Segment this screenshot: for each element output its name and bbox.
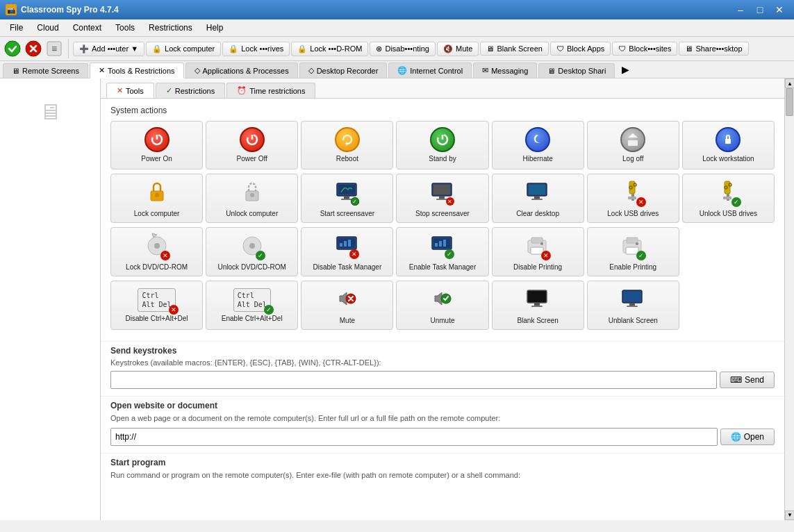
mute-action-button[interactable]: Mute	[301, 281, 393, 330]
lock-drives-button[interactable]: 🔒 Lock •••rives	[222, 42, 290, 56]
svg-rect-46	[340, 243, 342, 247]
open-button[interactable]: 🌐 Open	[720, 429, 775, 445]
action-grid-row1: Power On Power Off	[110, 121, 775, 169]
badge-red-cad: ✕	[169, 305, 179, 315]
power-off-button[interactable]: Power Off	[206, 121, 298, 169]
enable-taskmanager-button[interactable]: ✓ Enable Task Manager	[396, 227, 488, 276]
tab-tools-restrictions[interactable]: ✕ Tools & Restrictions	[90, 63, 184, 78]
send-button[interactable]: ⌨ Send	[720, 372, 775, 388]
add-computer-button[interactable]: ➕ Add •••uter ▼	[73, 42, 144, 56]
website-input[interactable]	[110, 428, 718, 446]
enable-cad-button[interactable]: CtrlAlt Del ✓ Enable Ctrl+Alt+Del	[206, 281, 298, 330]
tab-remote-screens[interactable]: 🖥 Remote Screens	[3, 63, 88, 78]
unmute-label: Unmute	[430, 317, 454, 325]
action-grid-row3: ✕ Lock DVD/CD-ROM ✓ Unlock DVD/CD-ROM	[110, 227, 775, 276]
svg-rect-70	[627, 306, 638, 307]
share-desktop-button[interactable]: 🖥 Share•••sktop	[679, 42, 748, 56]
lock-usb-button[interactable]: ✕ Lock USB drives	[587, 174, 679, 223]
lock-cdrom-button[interactable]: 🔒 Lock •••D-ROM	[291, 42, 368, 56]
clear-desktop-svg	[524, 178, 551, 205]
lock-computer-toolbar-button[interactable]: 🔒 Lock computer	[146, 42, 221, 56]
lock-label: Lock computer	[165, 44, 215, 53]
accept-button[interactable]	[3, 39, 22, 58]
reboot-button[interactable]: Reboot	[301, 121, 393, 169]
unmute-button[interactable]: Unmute	[396, 281, 488, 330]
menu-context[interactable]: Context	[66, 21, 108, 35]
badge-red-print: ✕	[541, 251, 551, 260]
block-sites-icon: 🛡	[618, 44, 626, 53]
inner-tab-tools[interactable]: ✕ Tools	[106, 83, 154, 98]
lock-workstation-button[interactable]: Lock workstation	[682, 121, 775, 169]
unlock-dvd-label: Unlock DVD/CD-ROM	[218, 263, 286, 272]
lock-computer-button[interactable]: Lock computer	[110, 174, 203, 223]
menu-cloud[interactable]: Cloud	[30, 21, 65, 35]
reboot-icon-wrap	[335, 127, 360, 152]
lock-workstation-label: Lock workstation	[702, 155, 754, 163]
inner-tab-time-restrictions[interactable]: ⏰ Time restrictions	[226, 83, 315, 98]
hibernate-button[interactable]: Hibernate	[492, 121, 584, 169]
tab-applications-processes[interactable]: ◇ Applications & Processes	[185, 63, 298, 78]
menu-restrictions[interactable]: Restrictions	[142, 21, 199, 35]
disable-taskmanager-button[interactable]: ✕ Disable Task Manager	[301, 227, 393, 276]
settings-button[interactable]: ≡	[44, 39, 64, 58]
disable-printing-button[interactable]: ⊗ Disab•••nting	[370, 42, 436, 56]
tab-more-button[interactable]: ▶	[616, 61, 635, 78]
scroll-thumb[interactable]	[786, 88, 793, 116]
lock-dvd-button[interactable]: ✕ Lock DVD/CD-ROM	[110, 227, 203, 276]
power-off-label: Power Off	[237, 155, 267, 163]
blank-screen-action-button[interactable]: Blank Screen	[492, 281, 584, 330]
logoff-icon-wrap	[620, 127, 645, 152]
toolbar: ≡ ➕ Add •••uter ▼ 🔒 Lock computer 🔒 Lock…	[0, 37, 794, 61]
disable-print-label: Disable Printing	[513, 263, 562, 272]
svg-rect-69	[629, 303, 635, 306]
menu-tools[interactable]: Tools	[108, 21, 142, 35]
tab-desktop-sharing[interactable]: 🖥 Desktop Shari	[538, 63, 615, 78]
scrollbar[interactable]: ▲ ▼	[784, 78, 794, 520]
lock-cdrom-icon: 🔒	[297, 44, 307, 53]
messaging-icon: ✉	[482, 66, 488, 75]
mute-button[interactable]: 🔇 Mute	[437, 42, 479, 56]
disable-cad-button[interactable]: CtrlAlt Del ✕ Disable Ctrl+Alt+Del	[110, 281, 203, 330]
standby-icon-wrap	[430, 127, 455, 152]
power-on-label: Power On	[141, 155, 172, 163]
tab-messaging[interactable]: ✉ Messaging	[473, 63, 537, 78]
inner-tab-restrictions[interactable]: ✓ Restrictions	[156, 83, 225, 98]
menu-file[interactable]: File	[3, 21, 30, 35]
keystrokes-input[interactable]	[110, 371, 717, 389]
settings-icon: ≡	[46, 40, 63, 57]
minimize-button[interactable]: –	[731, 3, 750, 17]
tab-desktop-recorder[interactable]: ◇ Desktop Recorder	[299, 63, 388, 78]
stop-screensaver-button[interactable]: ✕ Stop screensaver	[396, 174, 488, 223]
close-button[interactable]: ✕	[770, 3, 788, 17]
maximize-button[interactable]: □	[751, 3, 769, 17]
clear-desktop-label: Clear desktop	[516, 210, 559, 218]
svg-point-43	[249, 243, 255, 249]
unlock-usb-button[interactable]: ✓ Unlock USB drives	[682, 174, 775, 223]
cancel-button[interactable]	[24, 39, 43, 58]
block-sites-button[interactable]: 🛡 Block•••sites	[612, 42, 677, 56]
power-on-button[interactable]: Power On	[110, 121, 203, 169]
enable-printing-button[interactable]: ✓ Enable Printing	[587, 227, 679, 276]
block-apps-button[interactable]: 🛡 Block Apps	[550, 42, 611, 56]
badge-green-tm: ✓	[445, 249, 454, 259]
unblank-screen-button[interactable]: Unblank Screen	[587, 281, 679, 330]
scroll-down[interactable]: ▼	[785, 510, 794, 520]
clear-desktop-button[interactable]: Clear desktop	[492, 174, 584, 223]
standby-button[interactable]: Stand by	[396, 121, 488, 169]
disable-printing-action-button[interactable]: ✕ Disable Printing	[492, 227, 584, 276]
enable-tm-label: Enable Task Manager	[409, 263, 477, 272]
blank-screen-toolbar-button[interactable]: 🖥 Blank Screen	[480, 42, 548, 56]
unlock-dvd-button[interactable]: ✓ Unlock DVD/CD-ROM	[206, 227, 298, 276]
svg-point-61	[636, 242, 638, 245]
start-screensaver-button[interactable]: ✓ Start screensaver	[301, 174, 393, 223]
unlock-computer-button[interactable]: Unlock computer	[206, 174, 298, 223]
unlock-computer-svg	[239, 178, 265, 205]
tab-internet-control[interactable]: 🌐 Internet Control	[388, 63, 472, 78]
logoff-button[interactable]: Log off	[587, 121, 679, 169]
bottom-spacer	[101, 492, 784, 520]
mute-label: Mute	[456, 44, 472, 53]
title-bar: 📷 Classroom Spy Pro 4.7.4 – □ ✕	[0, 0, 794, 19]
scroll-up[interactable]: ▲	[785, 78, 794, 88]
menu-help[interactable]: Help	[199, 21, 231, 35]
svg-rect-13	[725, 139, 731, 144]
